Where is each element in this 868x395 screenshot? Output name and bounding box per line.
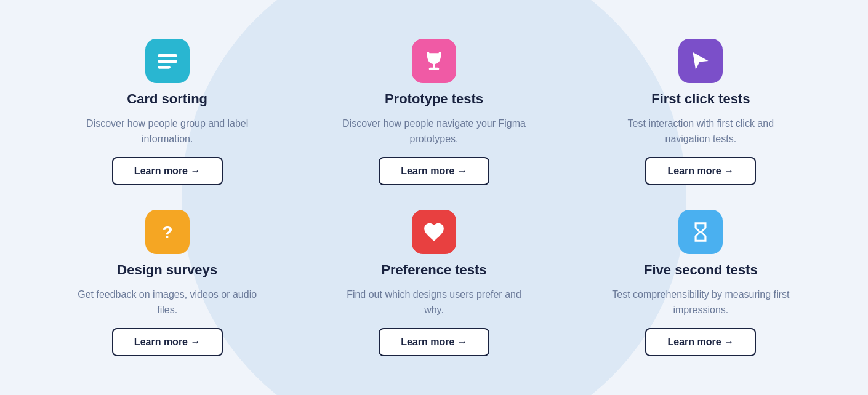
first-click-tests-desc: Test interaction with first click and na… xyxy=(608,116,793,147)
card-card-sorting: Card sorting Discover how people group a… xyxy=(52,39,282,185)
svg-text:?: ? xyxy=(162,222,172,242)
card-sorting-icon xyxy=(145,39,190,83)
first-click-tests-title: First click tests xyxy=(651,90,750,108)
card-sorting-desc: Discover how people group and label info… xyxy=(75,116,260,147)
prototype-tests-icon xyxy=(412,39,456,83)
preference-tests-title: Preference tests xyxy=(381,261,486,279)
feature-grid: Card sorting Discover how people group a… xyxy=(15,14,853,381)
preference-tests-icon xyxy=(412,210,456,254)
svg-rect-2 xyxy=(158,66,171,69)
five-second-tests-title: Five second tests xyxy=(644,261,758,279)
card-design-surveys: ? Design surveys Get feedback on images,… xyxy=(52,210,282,356)
card-five-second-tests: Five second tests Test comprehensibility… xyxy=(586,210,816,356)
prototype-tests-desc: Discover how people navigate your Figma … xyxy=(342,116,526,147)
design-surveys-learn-more[interactable]: Learn more → xyxy=(112,328,223,356)
design-surveys-title: Design surveys xyxy=(117,261,217,279)
card-sorting-title: Card sorting xyxy=(127,90,207,108)
card-sorting-learn-more[interactable]: Learn more → xyxy=(112,157,223,185)
prototype-tests-title: Prototype tests xyxy=(385,90,483,108)
svg-rect-0 xyxy=(158,54,177,57)
prototype-tests-learn-more[interactable]: Learn more → xyxy=(379,157,489,185)
card-preference-tests: Preference tests Find out which designs … xyxy=(319,210,549,356)
design-surveys-desc: Get feedback on images, videos or audio … xyxy=(75,287,260,318)
first-click-tests-icon xyxy=(678,39,723,83)
design-surveys-icon: ? xyxy=(145,210,190,254)
five-second-tests-desc: Test comprehensibility by measuring firs… xyxy=(608,287,793,318)
preference-tests-learn-more[interactable]: Learn more → xyxy=(379,328,489,356)
svg-rect-1 xyxy=(158,60,177,63)
five-second-tests-learn-more[interactable]: Learn more → xyxy=(645,328,756,356)
card-prototype-tests: Prototype tests Discover how people navi… xyxy=(319,39,549,185)
first-click-tests-learn-more[interactable]: Learn more → xyxy=(645,157,756,185)
preference-tests-desc: Find out which designs users prefer and … xyxy=(342,287,526,318)
five-second-tests-icon xyxy=(678,210,723,254)
card-first-click-tests: First click tests Test interaction with … xyxy=(586,39,816,185)
